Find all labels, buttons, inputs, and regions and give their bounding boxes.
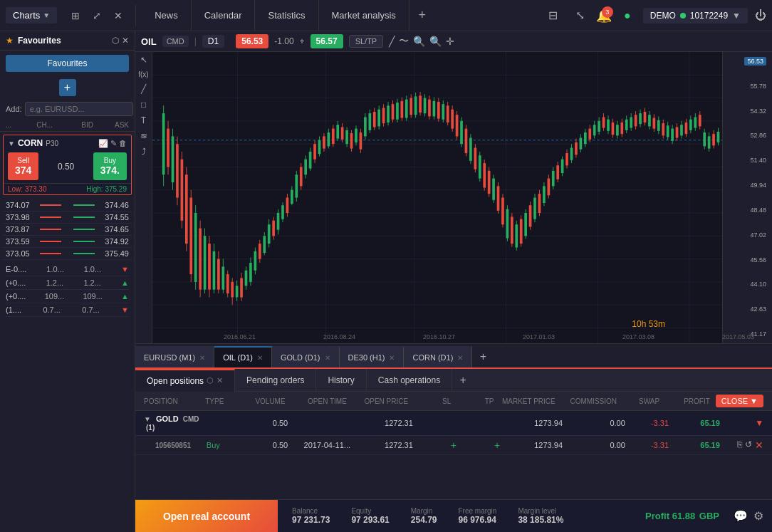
fibonacci-tool[interactable]: ≋ [140,131,147,141]
favourites-icon: ★ [6,36,14,46]
text-tool[interactable]: T [141,115,146,125]
corn-chart-icon[interactable]: 📈 [98,139,108,148]
ask-price: 374.55 [105,213,129,221]
corn-low-high: Low: 373.30 High: 375.29 [4,183,131,194]
symbol-search-input[interactable] [25,102,133,116]
logout-button[interactable]: ⏻ [755,9,766,22]
close-dropdown-arrow[interactable]: ▼ [750,397,758,405]
sidebar-new-window-icon[interactable]: ⬡ [112,36,119,46]
bid-price: 373.87 [6,225,30,234]
chart-tab-close[interactable]: ✕ [257,354,263,362]
positions-close-icon[interactable]: ✕ [217,376,223,385]
col-header-open-time: OPEN TIME [288,397,350,405]
chart-main-area[interactable]: 2016.06.21 2016.08.24 2016.10.27 2017.01… [152,52,722,343]
chart-period-selector[interactable]: D1 [202,35,224,48]
tab-cash-operations[interactable]: Cash operations [367,369,452,392]
corn-sell-button[interactable]: Sell 374 [8,152,38,180]
layout-icon[interactable]: ⊟ [542,4,565,27]
settings-icon[interactable]: ⚙ [753,509,763,523]
sidebar-title: Favourites [18,36,61,46]
account-selector[interactable]: DEMO 10172249 ▼ [643,8,748,24]
open-real-account-button[interactable]: Open real account [135,500,278,533]
footer-profit-section: Profit 61.88 GBP [645,511,719,521]
corn-header: ▼ CORN P30 📈 ✎ 🗑 [4,135,131,151]
instrument-change: ▼ [121,306,129,314]
add-chart-tab-button[interactable]: + [472,346,494,367]
add-panel-tab-button[interactable]: + [452,374,474,387]
gold-expand-arrow[interactable]: ▼ [144,415,151,423]
order-tp-add[interactable]: + [494,439,500,451]
col-header-close: CLOSE ▼ [713,395,766,407]
zoom-in-icon[interactable]: 🔍 [429,36,442,47]
chart-price-scale: 56.5355.7854.3252.8651.4049.9448.4847.02… [722,52,772,343]
chart-tab[interactable]: OIL (D1) ✕ [214,346,272,367]
zoom-out-icon[interactable]: 🔍 [413,36,425,47]
notifications-button[interactable]: 🔔 3 [596,8,612,24]
indicators-icon[interactable]: 〜 [399,35,409,48]
crosshair-icon[interactable]: ✛ [446,36,454,47]
tab-statistics[interactable]: Statistics [255,0,318,31]
chart-tab-close[interactable]: ✕ [325,354,330,362]
gold-close-icon[interactable]: ▼ [755,418,763,428]
corn-buy-button[interactable]: Buy 374. [93,152,127,180]
order-refresh-icon[interactable]: ↺ [745,439,752,451]
add-instrument-button[interactable]: + [59,79,76,96]
share-tool[interactable]: ⤴ [142,147,146,157]
fullscreen-icon[interactable]: ⤢ [87,6,107,26]
instrument-item[interactable]: (+0.... 1.2... 1.2... ▲ [6,276,129,290]
line-chart-icon[interactable]: ╱ [389,36,395,47]
chart-tab-close[interactable]: ✕ [389,354,395,362]
instrument-item[interactable]: (+0.... 109... 109... ▲ [6,290,129,303]
market-analysis-tab-label: Market analysis [332,10,396,21]
price-row: 373.59 374.92 [3,236,132,248]
cursor-tool[interactable]: ↖ [140,55,147,65]
chart-tab[interactable]: CORN (D1) ✕ [404,346,472,367]
sltp-button[interactable]: SL/TP [349,35,384,48]
gold-open-price: 1272.31 [353,419,416,427]
chart-tab[interactable]: DE30 (H1) ✕ [340,346,405,367]
current-price-badge: 56.53 [744,57,766,66]
chart-layout-icon[interactable]: ⊞ [66,6,85,26]
expand-icon[interactable]: ⤡ [569,4,592,27]
price-row: 373.87 374.65 [3,224,132,236]
add-symbol-row: Add: ⊞ [0,99,135,119]
tab-news[interactable]: News [142,0,192,31]
instrument-item[interactable]: (1.... 0.7... 0.7... ▼ [6,303,129,317]
chart-left-tools: ↖ f(x) ╱ □ T ≋ ⤴ [135,52,152,343]
corn-sell-label: Sell [15,157,31,165]
tab-market-analysis[interactable]: Market analysis [319,0,410,31]
corn-collapse-arrow[interactable]: ▼ [8,140,15,147]
tab-open-positions[interactable]: Open positions ⬡ ✕ [135,369,235,392]
line-tool[interactable]: ╱ [141,84,146,94]
charts-nav-button[interactable]: Charts ▼ [6,7,57,24]
order-sl-add[interactable]: + [451,439,457,451]
chart-tab[interactable]: EURUSD (M1) ✕ [135,346,214,367]
chart-tab-close[interactable]: ✕ [199,354,205,362]
tab-pending-orders[interactable]: Pending orders [235,369,316,392]
close-all-button[interactable]: CLOSE ▼ [716,395,763,407]
chart-symbol: OIL [141,36,157,47]
chart-tab[interactable]: GOLD (D1) ✕ [272,346,340,367]
positions-new-window-icon[interactable]: ⬡ [207,376,214,385]
footer-icons: 💬 ⚙ [734,509,772,523]
tab-calendar[interactable]: Calendar [192,0,256,31]
close-chart-icon[interactable]: ✕ [108,6,128,26]
add-tab-button[interactable]: + [410,0,435,31]
chat-icon[interactable]: 💬 [734,509,748,523]
corn-edit-icon[interactable]: ✎ [110,139,117,148]
order-close-icon[interactable]: ✕ [755,439,763,451]
tab-history[interactable]: History [316,369,366,392]
chart-area: OIL CMD | D1 56.53 -1.00 + 56.57 SL/TP ╱… [135,31,772,367]
bid-price: 374.07 [6,201,30,209]
instrument-item[interactable]: E-0.... 1.0... 1.0... ▼ [6,263,129,276]
corn-delete-icon[interactable]: 🗑 [119,139,127,148]
order-copy-icon[interactable]: ⎘ [737,439,742,451]
charts-dropdown-arrow: ▼ [43,11,50,19]
rect-tool[interactable]: □ [141,100,146,110]
market-watch-button[interactable]: Favourites [6,55,129,72]
ch-header: CH... [32,121,58,129]
price-scale-label: 42.63 [726,306,769,313]
sidebar-close-icon[interactable]: ✕ [122,36,129,46]
chart-tab-close[interactable]: ✕ [457,354,463,362]
fx-tool[interactable]: f(x) [138,71,148,78]
